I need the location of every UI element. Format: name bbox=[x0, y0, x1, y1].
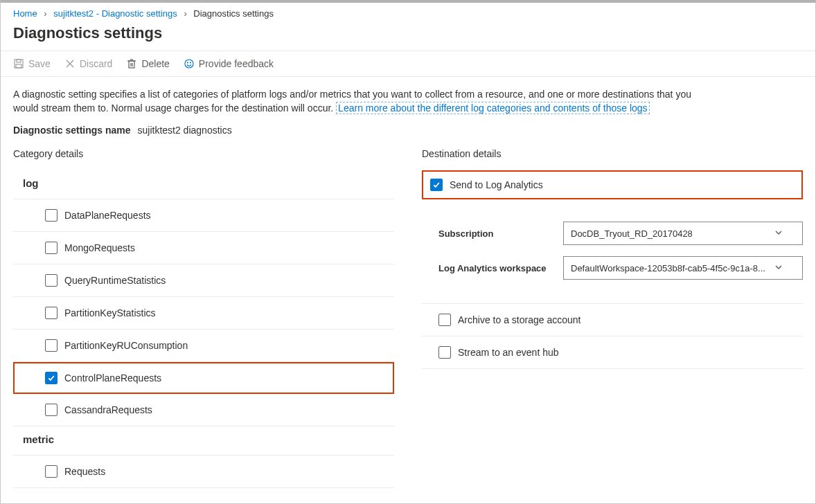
log-cassandrarequests-label: CassandraRequests bbox=[64, 404, 152, 415]
toolbar: Save Discard Delete Provide feedback bbox=[1, 51, 815, 77]
log-queryruntimestatistics-row[interactable]: QueryRuntimeStatistics bbox=[13, 264, 394, 297]
log-partitionkeyruconsumption-checkbox[interactable] bbox=[45, 339, 57, 352]
trash-icon bbox=[126, 58, 137, 69]
subscription-select[interactable]: DocDB_Tryout_RD_20170428 bbox=[563, 222, 803, 245]
log-partitionkeyruconsumption-row[interactable]: PartitionKeyRUConsumption bbox=[13, 330, 394, 362]
log-dataplanerequests-label: DataPlaneRequests bbox=[64, 210, 151, 221]
event-hub-row[interactable]: Stream to an event hub bbox=[422, 336, 803, 369]
log-mongorequests-row[interactable]: MongoRequests bbox=[13, 232, 394, 264]
send-to-log-analytics-row[interactable]: Send to Log Analytics bbox=[422, 170, 803, 199]
log-controlplanerequests-label: ControlPlaneRequests bbox=[64, 372, 161, 384]
save-label: Save bbox=[28, 58, 51, 69]
breadcrumb-current: Diagnostics settings bbox=[193, 8, 274, 19]
discard-button[interactable]: Discard bbox=[64, 57, 112, 71]
log-group-title: log bbox=[13, 170, 394, 199]
log-mongorequests-label: MongoRequests bbox=[64, 242, 135, 253]
page-title: Diagnostics settings bbox=[13, 24, 803, 42]
log-cassandrarequests-row[interactable]: CassandraRequests bbox=[13, 394, 394, 426]
event-hub-checkbox[interactable] bbox=[438, 346, 451, 359]
log-analytics-form: Subscription DocDB_Tryout_RD_20170428 Lo… bbox=[422, 204, 803, 304]
archive-storage-row[interactable]: Archive to a storage account bbox=[422, 304, 803, 336]
discard-label: Discard bbox=[80, 58, 112, 69]
subscription-row: Subscription DocDB_Tryout_RD_20170428 bbox=[438, 222, 803, 245]
svg-rect-5 bbox=[129, 61, 134, 68]
smile-icon bbox=[184, 58, 195, 69]
delete-label: Delete bbox=[141, 58, 169, 69]
svg-rect-2 bbox=[16, 64, 21, 68]
workspace-value: DefaultWorkspace-12053b8f-cab5-4f5c-9c1a… bbox=[571, 263, 765, 273]
send-to-log-analytics-label: Send to Log Analytics bbox=[450, 179, 543, 190]
diagnostics-settings-window: Home › sujitktest2 - Diagnostic settings… bbox=[0, 0, 816, 504]
send-to-log-analytics-checkbox[interactable] bbox=[430, 179, 443, 191]
svg-rect-1 bbox=[17, 60, 21, 62]
event-hub-label: Stream to an event hub bbox=[458, 347, 559, 358]
settings-name-label: Diagnostic settings name bbox=[13, 125, 131, 136]
log-list: DataPlaneRequestsMongoRequestsQueryRunti… bbox=[13, 199, 394, 426]
svg-point-10 bbox=[185, 60, 193, 68]
settings-name-value: sujitktest2 diagnostics bbox=[137, 125, 231, 136]
content: A diagnostic setting specifies a list of… bbox=[1, 77, 815, 503]
svg-point-11 bbox=[187, 62, 188, 63]
chevron-right-icon: › bbox=[44, 8, 46, 19]
log-queryruntimestatistics-label: QueryRuntimeStatistics bbox=[64, 275, 166, 286]
chevron-right-icon: › bbox=[184, 8, 186, 19]
workspace-select[interactable]: DefaultWorkspace-12053b8f-cab5-4f5c-9c1a… bbox=[563, 256, 803, 280]
learn-more-link[interactable]: Learn more about the different log categ… bbox=[336, 102, 649, 114]
delete-button[interactable]: Delete bbox=[126, 57, 169, 71]
chevron-down-icon bbox=[774, 228, 783, 239]
metric-requests-row[interactable]: Requests bbox=[13, 456, 394, 488]
log-partitionkeyruconsumption-label: PartitionKeyRUConsumption bbox=[64, 340, 188, 351]
log-controlplanerequests-checkbox[interactable] bbox=[45, 372, 57, 384]
description: A diagnostic setting specifies a list of… bbox=[13, 88, 692, 115]
feedback-button[interactable]: Provide feedback bbox=[184, 57, 274, 71]
log-queryruntimestatistics-checkbox[interactable] bbox=[45, 274, 57, 287]
category-details-column: Category details log DataPlaneRequestsMo… bbox=[13, 148, 394, 488]
log-partitionkeystatistics-checkbox[interactable] bbox=[45, 307, 57, 319]
subscription-value: DocDB_Tryout_RD_20170428 bbox=[571, 228, 693, 239]
archive-storage-checkbox[interactable] bbox=[438, 314, 451, 326]
breadcrumb-home[interactable]: Home bbox=[13, 8, 37, 19]
log-mongorequests-checkbox[interactable] bbox=[45, 242, 57, 254]
archive-storage-label: Archive to a storage account bbox=[458, 314, 580, 325]
log-partitionkeystatistics-label: PartitionKeyStatistics bbox=[64, 307, 156, 318]
metric-requests-checkbox[interactable] bbox=[45, 465, 57, 478]
metric-list: Requests bbox=[13, 456, 394, 488]
log-partitionkeystatistics-row[interactable]: PartitionKeyStatistics bbox=[13, 297, 394, 330]
save-button[interactable]: Save bbox=[13, 57, 51, 71]
log-controlplanerequests-row[interactable]: ControlPlaneRequests bbox=[13, 362, 394, 394]
settings-name-row: Diagnostic settings name sujitktest2 dia… bbox=[13, 125, 803, 136]
metric-requests-label: Requests bbox=[64, 466, 105, 477]
breadcrumb-resource[interactable]: sujitktest2 - Diagnostic settings bbox=[53, 8, 177, 19]
close-icon bbox=[64, 58, 76, 69]
log-cassandrarequests-checkbox[interactable] bbox=[45, 404, 57, 416]
subscription-label: Subscription bbox=[438, 228, 563, 239]
metric-group-title: metric bbox=[13, 426, 394, 456]
chevron-down-icon bbox=[774, 263, 783, 273]
save-icon bbox=[13, 58, 24, 69]
log-dataplanerequests-checkbox[interactable] bbox=[45, 209, 57, 222]
destination-details-column: Destination details Send to Log Analytic… bbox=[422, 148, 803, 488]
category-details-title: Category details bbox=[13, 148, 394, 159]
log-dataplanerequests-row[interactable]: DataPlaneRequests bbox=[13, 199, 394, 232]
feedback-label: Provide feedback bbox=[199, 58, 274, 69]
svg-point-12 bbox=[190, 62, 190, 63]
breadcrumb: Home › sujitktest2 - Diagnostic settings… bbox=[1, 3, 815, 23]
workspace-row: Log Analytics workspace DefaultWorkspace… bbox=[438, 256, 803, 280]
destination-details-title: Destination details bbox=[422, 148, 803, 159]
workspace-label: Log Analytics workspace bbox=[438, 263, 563, 273]
